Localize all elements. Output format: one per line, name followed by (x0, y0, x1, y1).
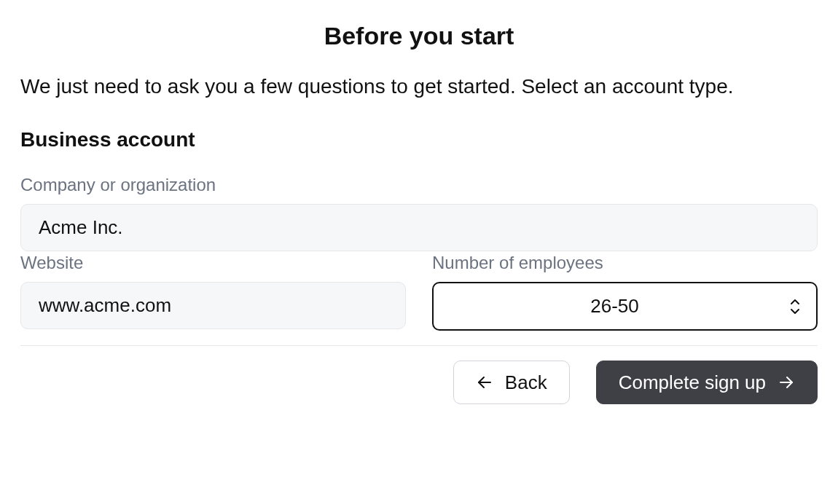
back-button-label: Back (505, 373, 547, 392)
employees-label: Number of employees (432, 253, 818, 273)
website-field-group: Website (20, 253, 406, 331)
website-label: Website (20, 253, 406, 273)
intro-text: We just need to ask you a few questions … (20, 71, 818, 102)
page-title: Before you start (20, 22, 818, 50)
employees-field-group: Number of employees 26-50 (432, 253, 818, 331)
website-input[interactable] (20, 282, 406, 329)
complete-signup-label: Complete sign up (619, 373, 766, 392)
section-heading: Business account (20, 128, 818, 151)
complete-signup-button[interactable]: Complete sign up (596, 361, 818, 404)
company-label: Company or organization (20, 175, 818, 195)
company-input[interactable] (20, 204, 818, 251)
company-field-group: Company or organization (20, 175, 818, 251)
divider (20, 345, 818, 346)
button-row: Back Complete sign up (20, 361, 818, 404)
arrow-left-icon (476, 374, 493, 391)
back-button[interactable]: Back (453, 361, 570, 404)
employees-select[interactable]: 26-50 (432, 282, 818, 331)
arrow-right-icon (778, 374, 795, 391)
